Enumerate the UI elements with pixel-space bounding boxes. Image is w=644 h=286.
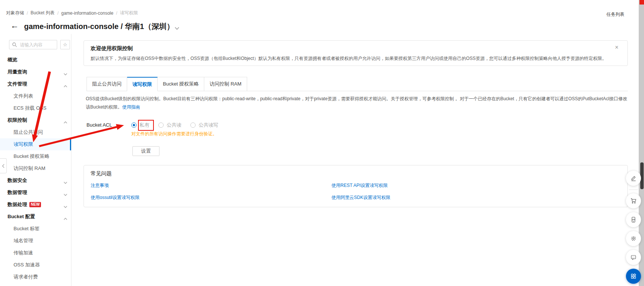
sidebar-item-bucket-policy[interactable]: Bucket 授权策略 [0,150,71,162]
mobile-app-button[interactable]: APP [626,212,641,227]
radio-unselected-icon [190,122,196,128]
breadcrumb-item-oss[interactable]: 对象存储 [6,10,24,16]
acl-radio-group: 私有 公共读 公共读写 [131,121,218,129]
mobile-app-icon: APP [630,216,637,223]
chevron-down-icon [64,179,67,185]
tab-bucket-policy[interactable]: Bucket 授权策略 [158,77,204,91]
search-icon [12,42,17,47]
acl-option-public-read[interactable]: 公共读 [158,122,181,128]
usage-guide-link[interactable]: 使用指南 [122,104,140,110]
pencil-icon [630,175,637,182]
faq-title: 常见问题 [91,170,112,177]
chevron-down-icon [64,203,67,209]
chevron-left-icon [2,164,5,168]
svg-text:APP: APP [632,219,635,221]
app-grid-icon [630,273,637,280]
tab-ram-access-control[interactable]: 访问控制 RAM [204,77,247,91]
banner-title: 欢迎使用权限控制 [91,45,133,52]
star-icon: ☆ [63,42,67,47]
scrollbar-top-marker [639,0,644,5]
sidebar-item-permission-control[interactable]: 权限控制 [0,114,71,126]
chevron-up-icon [64,119,67,125]
sidebar-item-ram-access-control[interactable]: 访问控制 RAM [0,162,71,174]
cart-button[interactable] [626,193,641,208]
sidebar-item-data-management[interactable]: 数据管理 [0,187,71,199]
survey-pencil-button[interactable] [626,171,641,186]
acl-warning-text: 对文件的所有访问操作需要进行身份验证。 [131,131,217,137]
tab-block-public-access[interactable]: 阻止公共访问 [87,77,127,91]
scrollbar-track[interactable] [639,0,644,286]
tab-read-write-permission[interactable]: 读写权限 [127,77,158,91]
sidebar-item-oss-accelerator[interactable]: OSS 加速器 [0,259,71,271]
chevron-down-icon [64,191,67,197]
chevron-up-icon [64,83,67,89]
sidebar-item-ecs-mount-oss[interactable]: ECS 挂载 OSS [0,102,71,114]
acl-description: OSS提供Bucket级别的权限访问控制。Bucket目前有三种访问权限：pub… [86,95,628,111]
sidebar-search-input[interactable] [9,40,57,49]
breadcrumb-separator: / [27,11,28,16]
faq-card: 常见问题 注意事项 使用ossutil设置读写权限 使用REST API设置读写… [84,165,628,207]
acl-option-public-read-write[interactable]: 公共读写 [190,122,218,128]
sidebar-item-block-public-access[interactable]: 阻止公共访问 [0,126,71,138]
bucket-acl-label: Bucket ACL [87,122,112,128]
chevron-up-icon [64,216,67,221]
fab-divider [629,190,638,190]
welcome-banner: 欢迎使用权限控制 默认情况下，为保证存储在OSS中数据的安全性，OSS资源（包括… [84,40,628,66]
set-button[interactable]: 设置 [132,146,159,156]
favorite-star-button[interactable]: ☆ [60,40,70,49]
back-arrow-icon[interactable]: ← [11,21,19,30]
feedback-button[interactable] [626,250,641,265]
gear-icon [630,235,637,242]
scrollbar-thumb[interactable] [640,162,644,189]
sidebar-item-domain-management[interactable]: 域名管理 [0,235,71,247]
search-field[interactable] [19,41,55,49]
sidebar-item-file-management[interactable]: 文件管理 [0,78,71,90]
breadcrumb-separator: / [57,11,58,16]
faq-link-sdk[interactable]: 使用阿里云SDK设置读写权限 [331,194,390,201]
sidebar-item-bucket-settings[interactable]: Bucket 配置 [0,211,71,223]
radio-selected-icon [131,122,137,128]
feedback-chat-icon [630,254,637,261]
description-line1: OSS提供Bucket级别的权限访问控制。Bucket目前有三种访问权限：pub… [86,96,627,101]
permission-tabs: 阻止公共访问 读写权限 Bucket 授权策略 访问控制 RAM [87,77,628,91]
breadcrumb-item-bucket-list[interactable]: Bucket 列表 [30,10,55,16]
banner-text: 默认情况下，为保证存储在OSS中数据的安全性，OSS资源（包括Bucket和Ob… [91,55,612,62]
sidebar-item-data-processing[interactable]: 数据处理 NEW [0,199,71,211]
sidebar-item-overview[interactable]: 概览 [0,54,71,66]
sidebar-item-data-security[interactable]: 数据安全 [0,174,71,187]
sidebar: ☆ 概览 用量查询 文件管理 文件列表 ECS 挂载 OSS 权限控制 阻止公共… [0,34,71,286]
sidebar-item-requester-pays[interactable]: 请求者付费 [0,271,71,283]
faq-link-notes[interactable]: 注意事项 [91,182,109,189]
sidebar-item-bucket-tags[interactable]: Bucket 标签 [0,223,71,235]
shopping-cart-icon [630,197,637,204]
chevron-down-icon [64,71,67,76]
faq-link-rest-api[interactable]: 使用REST API设置读写权限 [331,182,388,189]
sidebar-item-transfer-acceleration[interactable]: 传输加速 [0,247,71,259]
sidebar-item-read-write-permission[interactable]: 读写权限 [0,138,71,150]
settings-button[interactable] [626,231,641,246]
description-line2: 该Bucket的权限。 [86,104,122,110]
main-content: 欢迎使用权限控制 默认情况下，为保证存储在OSS中数据的安全性，OSS资源（包括… [84,0,628,286]
sidebar-collapse-handle[interactable] [0,158,7,173]
acl-option-private[interactable]: 私有 [131,122,149,128]
sidebar-item-file-list[interactable]: 文件列表 [0,90,71,102]
close-icon[interactable]: × [615,44,618,51]
sidebar-menu: 概览 用量查询 文件管理 文件列表 ECS 挂载 OSS 权限控制 阻止公共访问… [0,54,71,283]
faq-link-ossutil[interactable]: 使用ossutil设置读写权限 [91,194,140,201]
apps-grid-button[interactable] [626,269,641,284]
radio-unselected-icon [158,122,164,128]
new-badge: NEW [29,202,41,207]
sidebar-item-usage-query[interactable]: 用量查询 [0,66,71,78]
